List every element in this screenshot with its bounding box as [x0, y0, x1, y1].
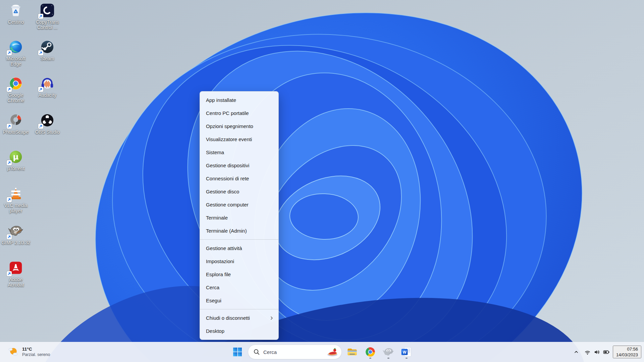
desktop-icon-utorrent[interactable]: µ µTorrent: [1, 149, 31, 171]
desktop-icon-label: GIMP 2.10.32: [1, 240, 30, 245]
word-icon: W: [401, 346, 412, 358]
menu-item-gestione-disco[interactable]: Gestione disco: [200, 185, 278, 198]
desktop-icon-label: VLC media player: [4, 203, 27, 214]
chevron-up-icon: [574, 349, 579, 355]
search-placeholder: Cerca: [263, 349, 323, 355]
menu-item-sistema[interactable]: Sistema: [200, 146, 278, 159]
desktop-icon-copytrans[interactable]: CopyTrans Control ...: [32, 3, 62, 30]
recycle-bin-icon: [8, 3, 23, 18]
desktop-icon-photoscape[interactable]: PhotoScape: [1, 113, 31, 135]
search-highlight-pie-icon[interactable]: [326, 347, 339, 357]
shortcut-arrow-icon: [7, 87, 12, 92]
shortcut-arrow-icon: [7, 271, 12, 276]
menu-item-esegui[interactable]: Esegui: [200, 294, 278, 307]
utorrent-icon: µ: [8, 149, 23, 165]
steam-icon: [40, 39, 55, 55]
shortcut-arrow-icon: [38, 87, 43, 92]
taskbar-center-group: Cerca: [230, 342, 414, 362]
submenu-chevron-icon: [270, 316, 274, 320]
shortcut-arrow-icon: [7, 160, 12, 165]
weather-temperature: 11°C: [22, 346, 32, 352]
vlc-icon: [8, 186, 23, 201]
chrome-icon: [364, 346, 376, 358]
photoscape-icon: [8, 113, 23, 128]
wifi-icon: [584, 349, 591, 355]
windows-logo-icon: [233, 348, 242, 356]
clock-time: 07:56: [627, 346, 638, 352]
menu-separator: [200, 239, 278, 240]
winx-context-menu: App installate Centro PC portatile Opzio…: [200, 91, 279, 340]
edge-icon: [8, 39, 23, 55]
desktop-icon-microsoft-edge[interactable]: Microsoft Edge: [1, 39, 31, 67]
menu-item-impostazioni[interactable]: Impostazioni: [200, 255, 278, 268]
shortcut-arrow-icon: [7, 50, 12, 55]
copytrans-icon: [40, 3, 55, 18]
shortcut-arrow-icon: [7, 124, 12, 129]
taskbar: 11°C Parzial. sereno: [0, 342, 644, 362]
desktop-icon-label: Audacity: [38, 93, 56, 98]
weather-icon: [7, 346, 19, 358]
shortcut-arrow-icon: [38, 50, 43, 55]
shortcut-arrow-icon: [7, 197, 12, 202]
menu-item-terminale[interactable]: Terminale: [200, 211, 278, 224]
desktop-icon-label: Adobe Acrobat: [8, 277, 24, 288]
shortcut-arrow-icon: [38, 14, 43, 19]
desktop-icon-adobe-acrobat[interactable]: Adobe Acrobat: [1, 260, 31, 288]
taskbar-app-word[interactable]: W: [399, 344, 414, 360]
desktop-icon-cestino[interactable]: Cestino: [1, 3, 31, 25]
taskbar-app-file-explorer[interactable]: [344, 344, 360, 360]
search-icon: [253, 349, 260, 355]
quick-settings-button[interactable]: [582, 345, 612, 359]
desktop-icon-label: OBS Studio: [35, 129, 59, 135]
menu-item-centro-pc-portatile[interactable]: Centro PC portatile: [200, 107, 278, 120]
desktop-icon-label: PhotoScape: [3, 129, 29, 135]
menu-item-cerca[interactable]: Cerca: [200, 281, 278, 294]
menu-item-chiudi-o-disconnetti[interactable]: Chiudi o disconnetti: [200, 311, 278, 324]
taskbar-app-chrome[interactable]: [363, 344, 378, 360]
desktop: Cestino CopyTrans Control ...: [0, 0, 644, 362]
running-indicator: [406, 358, 408, 359]
gimp-icon: [8, 223, 23, 239]
menu-item-desktop[interactable]: Desktop: [200, 324, 278, 338]
start-button[interactable]: [230, 344, 245, 360]
desktop-icon-steam[interactable]: Steam: [32, 39, 62, 61]
menu-item-visualizzatore-eventi[interactable]: Visualizzatore eventi: [200, 133, 278, 146]
desktop-icon-gimp[interactable]: GIMP 2.10.32: [1, 223, 31, 245]
desktop-icon-label: Cestino: [8, 19, 23, 25]
system-tray: 07:56 14/03/2023: [571, 344, 641, 360]
battery-icon: [603, 349, 610, 355]
desktop-icon-label: µTorrent: [7, 166, 24, 171]
desktop-icon-label: Steam: [41, 56, 54, 61]
desktop-icon-google-chrome[interactable]: Google Chrome: [1, 76, 31, 103]
menu-item-terminale-admin[interactable]: Terminale (Admin): [200, 224, 278, 237]
tray-chevron-button[interactable]: [571, 345, 581, 359]
clock-button[interactable]: 07:56 14/03/2023: [613, 346, 641, 358]
svg-text:µ: µ: [13, 153, 19, 161]
desktop-icon-label: CopyTrans Control ...: [36, 19, 59, 30]
running-indicator: [369, 358, 371, 359]
menu-item-opzioni-spegnimento[interactable]: Opzioni spegnimento: [200, 120, 278, 133]
widgets-weather-button[interactable]: 11°C Parzial. sereno: [3, 344, 54, 360]
desktop-icon-label: Google Chrome: [7, 93, 24, 103]
shortcut-arrow-icon: [38, 124, 43, 129]
volume-icon: [594, 349, 600, 355]
clock-date: 14/03/2023: [616, 352, 638, 358]
shortcut-arrow-icon: [7, 234, 12, 239]
taskbar-app-gimp[interactable]: [381, 344, 396, 360]
desktop-icon-obs-studio[interactable]: OBS Studio: [32, 113, 62, 135]
menu-item-esplora-file[interactable]: Esplora file: [200, 268, 278, 281]
menu-item-app-installate[interactable]: App installate: [200, 94, 278, 107]
svg-text:W: W: [402, 350, 407, 355]
menu-item-gestione-computer[interactable]: Gestione computer: [200, 198, 278, 211]
menu-separator: [200, 309, 278, 309]
acrobat-icon: [8, 260, 23, 276]
gimp-icon-grayscale: [382, 346, 394, 358]
audacity-icon: [40, 76, 55, 91]
menu-item-connessioni-di-rete[interactable]: Connessioni di rete: [200, 172, 278, 185]
desktop-icon-audacity[interactable]: Audacity: [32, 76, 62, 98]
desktop-icon-vlc[interactable]: VLC media player: [1, 186, 31, 214]
menu-item-gestione-dispositivi[interactable]: Gestione dispositivi: [200, 159, 278, 172]
menu-item-gestione-attivita[interactable]: Gestione attività: [200, 242, 278, 255]
search-box[interactable]: Cerca: [248, 345, 342, 359]
weather-condition: Parzial. sereno: [22, 352, 50, 358]
